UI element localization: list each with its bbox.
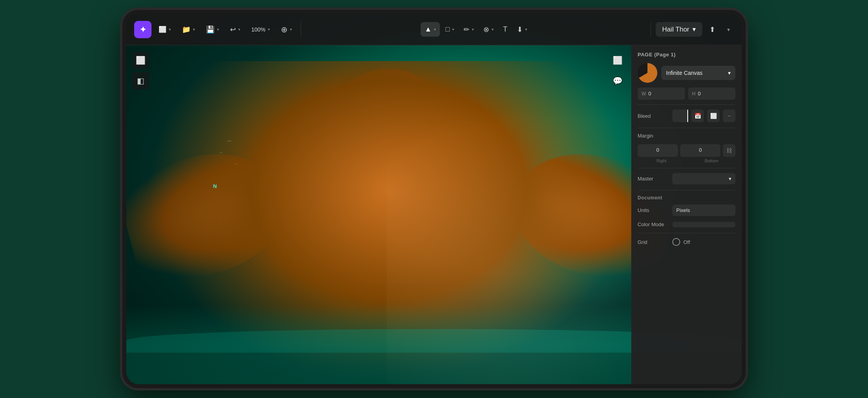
share-chevron-button[interactable]: ▾ xyxy=(722,23,734,36)
undo-icon: ↩ xyxy=(230,25,236,34)
logo-button[interactable]: ✦ xyxy=(134,21,152,38)
canvas-type-chevron: ▾ xyxy=(728,70,731,76)
document-title-button[interactable]: Hail Thor ▾ xyxy=(656,22,702,37)
width-field[interactable]: W 0 xyxy=(638,87,685,100)
margin-right-field[interactable]: 0 xyxy=(638,144,678,157)
pen-tool-button[interactable]: ✏ ▾ xyxy=(460,22,478,37)
grid-toggle[interactable]: Off xyxy=(672,238,690,246)
collab-icon: 💬 xyxy=(613,76,623,86)
margin-label-row: Margin xyxy=(638,133,735,139)
title-chevron: ▾ xyxy=(692,25,696,33)
select-chevron: ▾ xyxy=(434,27,436,32)
save-button[interactable]: 💾 ▾ xyxy=(202,22,223,37)
color-mode-row: Color Mode xyxy=(638,221,735,227)
bleed-calendar-btn[interactable]: 📅 xyxy=(691,110,704,122)
tablet-frame: ⌒ ⌒ ⌒ N ✦ ⬜ ▾ 📁 ▾ 💾 ▾ xyxy=(122,10,746,388)
zoom-chevron: ▾ xyxy=(268,27,270,32)
bleed-input[interactable] xyxy=(672,110,688,122)
import-chevron: ▾ xyxy=(525,27,527,32)
divider-2 xyxy=(651,22,651,37)
pages-panel-button[interactable]: ⬜ xyxy=(132,52,149,69)
bleed-lock-btn[interactable]: ⬜ xyxy=(707,110,720,122)
divider-1 xyxy=(301,22,301,37)
file-button[interactable]: 📁 ▾ xyxy=(178,22,199,37)
grid-label: Grid xyxy=(638,239,669,245)
height-field[interactable]: H 0 xyxy=(688,87,735,100)
grid-toggle-circle[interactable] xyxy=(672,238,680,246)
share-icon: ⬆ xyxy=(709,25,715,34)
bird-3: ⌒ xyxy=(235,164,238,168)
units-text: Pixels xyxy=(676,207,690,213)
margin-fields: 0 0 ⛓ xyxy=(638,144,735,157)
canvas-type-dropdown[interactable]: Infinite Canvas ▾ xyxy=(661,66,735,80)
margin-bottom-field[interactable]: 0 xyxy=(680,144,720,157)
export-panel-button[interactable]: ⬜ xyxy=(609,52,626,69)
toolbar-center: ▲ ▾ □ ▾ ✏ ▾ ⊗ ▾ T ⬇ xyxy=(306,22,646,37)
grid-row: Grid Off xyxy=(638,238,735,246)
units-row: Units Pixels xyxy=(638,205,735,216)
grid-value: Off xyxy=(683,239,690,245)
panel-title: PAGE (Page 1) xyxy=(638,52,735,58)
toolbar-right: Hail Thor ▾ ⬆ ▾ xyxy=(656,22,734,37)
select-tool-button[interactable]: ▲ ▾ xyxy=(421,22,440,37)
share-button[interactable]: ⬆ xyxy=(705,22,719,37)
page-color-swatch[interactable] xyxy=(638,63,657,83)
import-icon: ⬇ xyxy=(517,25,523,34)
text-tool-button[interactable]: T xyxy=(499,22,511,37)
file-chevron: ▾ xyxy=(193,27,195,32)
master-label: Master xyxy=(638,176,669,182)
rect-chevron: ▾ xyxy=(452,27,454,32)
divider-master xyxy=(638,168,735,168)
width-label: W xyxy=(642,91,646,97)
bleed-minus-btn[interactable]: − xyxy=(723,110,735,122)
minus-icon: − xyxy=(728,113,731,119)
height-label: H xyxy=(692,91,696,97)
document-title: Hail Thor xyxy=(662,26,689,33)
pages-icon: ⬜ xyxy=(159,26,166,33)
height-value: 0 xyxy=(698,91,701,97)
snap-button[interactable]: ⊕ ▾ xyxy=(277,22,296,37)
master-dropdown[interactable]: ▾ xyxy=(672,173,735,184)
units-value[interactable]: Pixels xyxy=(672,205,735,216)
toolbar: ✦ ⬜ ▾ 📁 ▾ 💾 ▾ ↩ ▾ 100% ▾ ⊕ xyxy=(126,14,742,45)
link-icon: ⛓ xyxy=(726,147,732,154)
divider-document xyxy=(638,190,735,190)
zoom-value: 100% xyxy=(251,26,266,33)
bird-1: ⌒ xyxy=(226,139,233,147)
width-value: 0 xyxy=(648,91,651,97)
margin-labels: Right Bottom xyxy=(638,158,735,163)
pages-menu-button[interactable]: ⬜ ▾ xyxy=(155,22,175,36)
bleed-row: Bleed 📅 ⬜ − xyxy=(638,110,735,122)
color-mode-value[interactable] xyxy=(672,222,735,227)
divider-bleed xyxy=(638,104,735,105)
top-right-icons: ⬜ 💬 xyxy=(606,45,629,96)
collab-panel-button[interactable]: 💬 xyxy=(609,72,626,89)
wh-row: W 0 H 0 xyxy=(638,87,735,100)
rectangle-tool-button[interactable]: □ ▾ xyxy=(441,22,458,37)
zoom-button[interactable]: 100% ▾ xyxy=(247,23,274,36)
save-icon: 💾 xyxy=(206,25,215,34)
rectangle-icon: □ xyxy=(445,25,450,33)
import-button[interactable]: ⬇ ▾ xyxy=(513,22,531,37)
divider-grid xyxy=(638,233,735,233)
master-chevron: ▾ xyxy=(729,176,731,182)
folder-icon: 📁 xyxy=(182,25,191,34)
undo-button[interactable]: ↩ ▾ xyxy=(226,22,244,37)
select-icon: ▲ xyxy=(425,25,432,33)
pages-chevron: ▾ xyxy=(169,27,171,32)
bird-2: ⌒ xyxy=(219,152,223,157)
canvas-type-label: Infinite Canvas xyxy=(666,70,703,76)
pages-panel-icon: ⬜ xyxy=(136,56,146,65)
snap-indicator: N xyxy=(213,183,217,189)
undo-chevron: ▾ xyxy=(238,27,240,32)
node-chevron: ▾ xyxy=(492,27,494,32)
snap-icon: ⊕ xyxy=(281,25,288,34)
lock-icon: ⬜ xyxy=(710,113,717,119)
node-tool-button[interactable]: ⊗ ▾ xyxy=(479,22,498,37)
node-icon: ⊗ xyxy=(483,25,489,34)
left-sidebar: ⬜ ◧ xyxy=(126,45,155,96)
layers-panel-button[interactable]: ◧ xyxy=(132,72,149,89)
margin-bottom-label: Bottom xyxy=(688,158,735,163)
units-label: Units xyxy=(638,207,669,213)
margin-link-btn[interactable]: ⛓ xyxy=(723,144,735,157)
